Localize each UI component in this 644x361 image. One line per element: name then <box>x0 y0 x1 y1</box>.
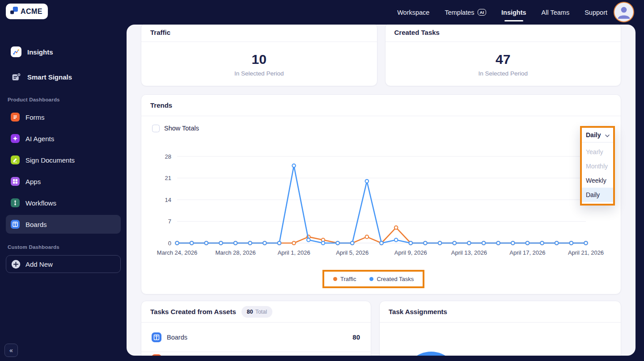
dropdown-option-weekly[interactable]: Weekly <box>582 173 613 188</box>
granularity-dropdown-menu: YearlyMonthlyWeeklyDaily <box>582 143 613 204</box>
forms-icon <box>152 354 161 356</box>
granularity-dropdown-annotation: Daily YearlyMonthlyWeeklyDaily <box>580 126 615 206</box>
dropdown-option-monthly[interactable]: Monthly <box>582 159 613 173</box>
y-axis-tick: 28 <box>165 153 171 160</box>
trends-line-chart: 07142128March 24, 2026March 28, 2026Apri… <box>152 149 610 265</box>
show-totals-label: Show Totals <box>164 125 199 132</box>
created-tasks-caption: In Selected Period <box>479 70 528 77</box>
sidebar-collapse-button[interactable]: « <box>4 344 18 357</box>
sidebar-item-ai-agents[interactable]: AI Agents <box>6 129 121 148</box>
sidebar-item-boards[interactable]: Boards <box>6 215 121 234</box>
granularity-dropdown-button[interactable]: Daily <box>582 128 613 143</box>
bottom-row: Tasks Created from Assets 80 Total Board… <box>141 301 621 356</box>
sidebar-item-workflows[interactable]: Workflows <box>6 193 121 212</box>
apps-icon <box>11 177 20 186</box>
sign-documents-icon <box>11 155 20 164</box>
brand-name: ACME <box>21 8 42 16</box>
traffic-card-title: Traffic <box>150 29 170 36</box>
person-icon <box>616 4 631 21</box>
plus-circle-icon <box>11 260 21 269</box>
chevron-down-icon <box>605 131 610 139</box>
user-avatar[interactable] <box>614 2 634 22</box>
trends-card-title: Trends <box>150 101 172 109</box>
sidebar-item-insights[interactable]: Insights <box>6 42 121 61</box>
asset-row-partial <box>141 352 371 356</box>
created-tasks-card: Created Tasks 47 In Selected Period <box>385 25 622 86</box>
sidebar: InsightsSmart Signals Product Dashboards… <box>0 25 127 361</box>
assignments-pie-chart <box>404 352 458 356</box>
asset-row-boards[interactable]: Boards80 <box>141 323 371 352</box>
section-label-custom-dashboards: Custom Dashboards <box>8 244 121 250</box>
show-totals-checkbox[interactable] <box>152 125 160 132</box>
acme-logo[interactable]: ACME <box>6 4 48 19</box>
top-navigation: WorkspaceTemplatesAIInsightsAll TeamsSup… <box>397 0 607 25</box>
granularity-selected-value: Daily <box>586 131 601 139</box>
workflows-icon <box>11 198 20 207</box>
section-label-product-dashboards: Product Dashboards <box>8 97 121 102</box>
legend-dot <box>369 277 373 281</box>
tasks-from-assets-card: Tasks Created from Assets 80 Total Board… <box>141 301 371 356</box>
ai-badge: AI <box>478 9 487 16</box>
total-badge: 80 Total <box>242 306 272 318</box>
topnav-item-insights[interactable]: Insights <box>501 0 526 25</box>
topnav-item-support[interactable]: Support <box>585 0 607 25</box>
ai-agents-icon <box>11 134 20 143</box>
top-bar: ACME WorkspaceTemplatesAIInsightsAll Tea… <box>0 0 644 25</box>
traffic-caption: In Selected Period <box>234 70 284 77</box>
created-tasks-card-title: Created Tasks <box>394 29 440 36</box>
x-axis-tick: April 13, 2026 <box>451 249 487 256</box>
dropdown-option-daily[interactable]: Daily <box>582 188 613 202</box>
stats-row: Traffic 10 In Selected Period Created Ta… <box>141 25 621 86</box>
sidebar-item-sign-documents[interactable]: Sign Documents <box>6 151 121 169</box>
topnav-item-templates[interactable]: TemplatesAI <box>445 0 486 25</box>
y-axis-tick: 14 <box>165 197 171 203</box>
y-axis-tick: 0 <box>168 240 171 247</box>
traffic-value: 10 <box>252 52 267 67</box>
tasks-from-assets-title: Tasks Created from Assets <box>150 308 236 315</box>
traffic-card: Traffic 10 In Selected Period <box>141 25 377 86</box>
created-tasks-value: 47 <box>496 52 510 67</box>
insights-icon <box>11 46 21 57</box>
topnav-item-all-teams[interactable]: All Teams <box>542 0 570 25</box>
chart-legend: TrafficCreated Tasks <box>333 276 414 282</box>
task-assignments-title: Task Assignments <box>389 308 447 315</box>
topnav-item-workspace[interactable]: Workspace <box>397 0 429 25</box>
boards-icon <box>11 220 20 229</box>
y-axis-tick: 21 <box>165 175 171 181</box>
x-axis-tick: April 9, 2026 <box>394 249 427 256</box>
x-axis-tick: April 1, 2026 <box>277 249 310 256</box>
legend-item-created-tasks[interactable]: Created Tasks <box>369 276 414 282</box>
smart-signals-icon <box>11 72 21 82</box>
x-axis-tick: April 5, 2026 <box>336 249 369 256</box>
add-new-button[interactable]: Add New <box>6 255 121 273</box>
forms-icon <box>11 113 20 122</box>
main-panel: Traffic 10 In Selected Period Created Ta… <box>127 25 636 356</box>
legend-dot <box>333 277 337 281</box>
y-axis-tick: 7 <box>168 218 171 225</box>
x-axis-tick: March 28, 2026 <box>215 249 255 256</box>
x-axis-tick: April 21, 2026 <box>568 249 603 256</box>
trends-card: Trends Show Totals Daily YearlyMonthlyWe… <box>141 94 621 294</box>
acme-logo-icon <box>10 6 18 17</box>
dropdown-option-yearly[interactable]: Yearly <box>582 145 613 159</box>
x-axis-tick: March 24, 2026 <box>157 249 197 256</box>
chart-legend-annotation: TrafficCreated Tasks <box>322 270 424 288</box>
sidebar-item-smart-signals[interactable]: Smart Signals <box>6 67 121 86</box>
legend-item-traffic[interactable]: Traffic <box>333 276 356 282</box>
boards-icon <box>152 332 161 342</box>
sidebar-item-forms[interactable]: Forms <box>6 108 121 126</box>
x-axis-tick: April 17, 2026 <box>509 249 545 256</box>
task-assignments-card: Task Assignments <box>379 301 621 356</box>
sidebar-item-apps[interactable]: Apps <box>6 172 121 191</box>
trends-controls: Show Totals <box>141 116 621 140</box>
